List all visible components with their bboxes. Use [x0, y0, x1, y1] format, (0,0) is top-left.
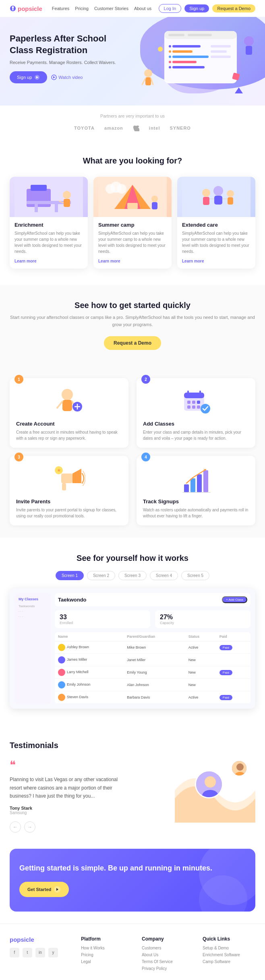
testimonial-prev-button[interactable]: ← [10, 821, 21, 833]
nav-pricing[interactable]: Pricing [75, 6, 89, 11]
testimonials-layout: ❝ Planning to visit Las Vegas or any oth… [10, 758, 255, 833]
step-4-image [143, 462, 249, 494]
svg-rect-13 [172, 56, 209, 58]
svg-rect-68 [184, 393, 204, 398]
payment-status-button[interactable]: Paid [219, 670, 232, 675]
enrichment-card-desc: SimplyAfterSchool can help you take your… [14, 230, 83, 254]
footer-setup-link[interactable]: Setup & Demo [203, 946, 255, 950]
hero-signup-button[interactable]: Sign up [10, 71, 47, 83]
col-parent: Parent/Guardian [124, 632, 185, 641]
extended-care-card-body: Extended care SimplyAfterSchool can help… [177, 217, 255, 269]
screen-tab-3[interactable]: Screen 3 [118, 571, 147, 580]
steps-grid: 1 Create Account Create a free account i… [10, 378, 255, 525]
demo-button[interactable]: Request a Demo [212, 4, 255, 12]
svg-point-52 [202, 189, 210, 197]
svg-rect-50 [152, 202, 157, 209]
table-row: Emily Johnson Alan Johnson New [55, 679, 251, 691]
svg-rect-38 [55, 204, 58, 212]
testimonial-avatars [175, 758, 255, 823]
extended-care-learn-more[interactable]: Learn more [182, 259, 204, 263]
partner-intel: intel [149, 126, 160, 130]
testimonials-section: Testimonials ❝ Planning to visit Las Veg… [0, 725, 265, 849]
student-name-cell: James Miller [55, 654, 124, 666]
footer-customers-link[interactable]: Customers [142, 946, 195, 950]
hero-watch-button[interactable]: Watch video [51, 74, 83, 80]
signup-button[interactable]: Sign up [184, 4, 209, 12]
step-2-title: Add Classes [143, 421, 249, 427]
add-class-button[interactable]: + Add Class [222, 596, 247, 603]
table-row: Ashley Brown Mike Brown Active Paid [55, 641, 251, 654]
capacity-number: 27% [160, 614, 246, 621]
footer-pricing-link[interactable]: Pricing [81, 953, 134, 957]
table-row: Larry Mitchell Emily Young New Paid [55, 666, 251, 679]
login-button[interactable]: Log In [159, 4, 182, 13]
screen-tab-1[interactable]: Screen 1 [56, 571, 84, 580]
svg-text:★: ★ [57, 467, 61, 473]
svg-point-1 [12, 6, 14, 8]
steps-section: 1 Create Account Create a free account i… [0, 366, 265, 538]
footer-logo: popsicle [10, 936, 73, 943]
status-cell: Active [185, 691, 216, 704]
status-cell: Active [185, 641, 216, 654]
footer-camp-link[interactable]: Camp Software [203, 959, 255, 964]
mockup-title-bar: Taekwondo + Add Class [55, 593, 251, 606]
svg-line-62 [57, 401, 62, 408]
social-twitter[interactable]: t [23, 948, 32, 957]
social-youtube[interactable]: y [48, 948, 58, 957]
step-3-image: ★ [16, 462, 122, 494]
svg-rect-78 [61, 473, 72, 483]
svg-rect-10 [188, 34, 212, 36]
screen-tab-5[interactable]: Screen 5 [181, 571, 209, 580]
testimonial-next-button[interactable]: → [24, 821, 35, 833]
screen-tab-4[interactable]: Screen 4 [150, 571, 178, 580]
step-create-account: 1 Create Account Create a free account i… [10, 378, 128, 448]
testimonial-content: ❝ Planning to visit Las Vegas or any oth… [10, 758, 167, 833]
svg-rect-25 [145, 77, 151, 85]
social-facebook[interactable]: f [10, 948, 19, 957]
sidebar-item-3[interactable]: · · · [19, 615, 47, 618]
footer-socials: f t in y [10, 948, 73, 957]
sidebar-item-2[interactable]: · · · [19, 610, 47, 613]
footer-legal-link[interactable]: Legal [81, 959, 134, 964]
parent-name-cell: Mike Brown [124, 641, 185, 654]
nav-about[interactable]: About us [134, 6, 151, 11]
footer-privacy-link[interactable]: Privacy Policy [142, 966, 195, 971]
nav-features[interactable]: Features [52, 6, 69, 11]
hero-title: Paperless After School Class Registratio… [10, 33, 122, 56]
summer-camp-learn-more[interactable]: Learn more [98, 259, 120, 263]
screen-tab-2[interactable]: Screen 2 [87, 571, 115, 580]
step-3-title: Invite Parents [16, 498, 122, 504]
step-1-image [16, 385, 122, 417]
payment-status-button[interactable]: Paid [219, 695, 232, 700]
step-add-classes: 2 [137, 378, 255, 448]
footer-company-title: Company [142, 936, 195, 942]
footer-terms-link[interactable]: Terms Of Service [142, 959, 195, 964]
request-demo-button[interactable]: Request a Demo [104, 336, 161, 350]
sidebar-item-taekwondo[interactable]: Taekwondo [19, 604, 47, 608]
social-instagram[interactable]: in [35, 948, 45, 957]
logo-icon [10, 5, 16, 12]
step-2-image [143, 385, 249, 417]
payment-status-button[interactable]: Paid [219, 645, 232, 650]
footer-how-it-works-link[interactable]: How it Works [81, 946, 134, 950]
mockup-layout: My Classes Taekwondo · · · · · · Taekwon… [14, 593, 251, 704]
svg-rect-53 [203, 197, 209, 205]
nav-stories[interactable]: Customer Stories [94, 6, 128, 11]
footer-enrichment-link[interactable]: Enrichment Software [203, 953, 255, 957]
svg-line-27 [151, 79, 153, 85]
status-cell: New [185, 654, 216, 666]
footer-about-link[interactable]: About Us [142, 953, 195, 957]
status-cell: New [185, 679, 216, 691]
roster-table: Name Parent/Guardian Status Paid Ashley … [55, 632, 251, 704]
svg-rect-29 [246, 46, 252, 55]
paid-cell [216, 654, 251, 666]
status-cell: New [185, 666, 216, 679]
enrichment-card-title: Enrichment [14, 222, 83, 228]
cta-get-started-button[interactable]: Get Started [19, 882, 69, 897]
partner-apple [133, 124, 139, 132]
step-invite-parents: 3 ★ Invite Parents Invite parents to you… [10, 456, 128, 525]
enrichment-card-body: Enrichment SimplyAfterSchool can help yo… [10, 217, 88, 269]
enrichment-learn-more[interactable]: Learn more [14, 259, 36, 263]
logo: popsicle [10, 5, 42, 12]
col-paid: Paid [216, 632, 251, 641]
